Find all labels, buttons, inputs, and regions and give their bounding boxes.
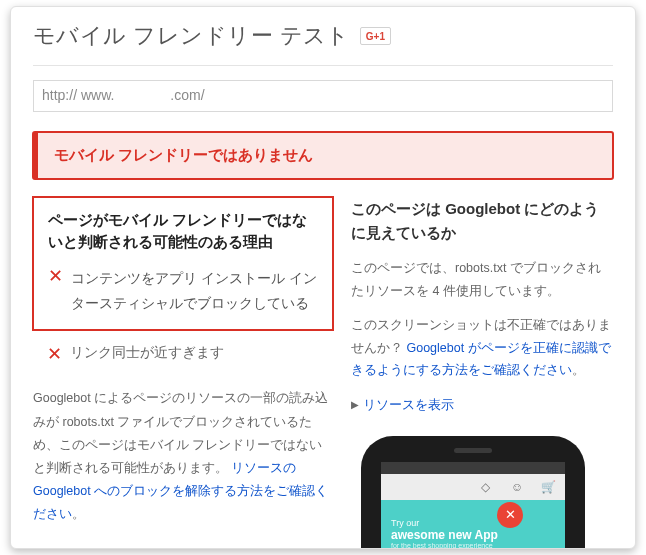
header: モバイル フレンドリー テスト G+1 <box>33 21 613 51</box>
x-icon: ✕ <box>48 266 63 317</box>
preview-heading: このページは Googlebot にどのように見えているか <box>351 197 613 245</box>
page-title: モバイル フレンドリー テスト <box>33 21 350 51</box>
explain-1: Googlebot によるページのリソースの一部の読み込みが robots.tx… <box>33 387 333 526</box>
result-text: モバイル フレンドリーではありません <box>54 146 597 165</box>
phone-screen: ◇ ☺ 🛒 Try our awesome new App for the be… <box>381 462 565 550</box>
promo-line2: awesome new App <box>391 528 555 542</box>
right-column: このページは Googlebot にどのように見えているか このページでは、ro… <box>351 197 613 549</box>
left-column: ページがモバイル フレンドリーではないと判断される可能性のある理由 ✕ コンテン… <box>33 197 333 549</box>
user-icon: ☺ <box>511 480 525 494</box>
promo-line1: Try our <box>391 518 555 528</box>
google-plus-button[interactable]: G+1 <box>360 27 391 45</box>
cart-icon: 🛒 <box>541 480 555 494</box>
reasons-box: ページがモバイル フレンドリーではないと判断される可能性のある理由 ✕ コンテン… <box>33 197 333 330</box>
screenshot-note: このスクリーンショットは不正確ではありませんか？ Googlebot がページを… <box>351 314 613 382</box>
result-banner: モバイル フレンドリーではありません <box>33 132 613 179</box>
show-resources-link[interactable]: リソースを表示 <box>363 397 454 412</box>
blocked-count: このページでは、robots.txt でブロックされたリソースを 4 件使用して… <box>351 257 613 302</box>
explain-2: Googlebot がブロックされていないことを確認したら、検出された問題を P… <box>33 544 333 549</box>
reason-text: リンク同士が近すぎます <box>70 344 224 366</box>
phone-shell: ◇ ☺ 🛒 Try our awesome new App for the be… <box>361 436 585 550</box>
reason-text: コンテンツをアプリ インストール インタースティシャルでブロックしている <box>71 266 318 317</box>
window: モバイル フレンドリー テスト G+1 http:// www. .com/ モ… <box>10 6 636 549</box>
divider <box>33 65 613 66</box>
app-bar: ◇ ☺ 🛒 <box>381 474 565 500</box>
reason-item: ✕ リンク同士が近すぎます <box>33 340 333 370</box>
phone-preview: ◇ ☺ 🛒 Try our awesome new App for the be… <box>351 436 595 550</box>
tag-icon: ◇ <box>481 480 495 494</box>
reasons-heading: ページがモバイル フレンドリーではないと判断される可能性のある理由 <box>48 210 318 254</box>
triangle-icon: ▶ <box>351 399 359 410</box>
phone-speaker <box>454 448 492 453</box>
url-input[interactable]: http:// www. .com/ <box>33 80 613 112</box>
promo-line3: for the best shopping experience <box>391 542 555 549</box>
status-bar <box>381 462 565 474</box>
interstitial: Try our awesome new App for the best sho… <box>381 510 565 550</box>
reason-item: ✕ コンテンツをアプリ インストール インタースティシャルでブロックしている <box>48 266 318 317</box>
x-icon: ✕ <box>47 344 62 366</box>
show-resources[interactable]: ▶リソースを表示 <box>351 396 613 414</box>
close-icon: ✕ <box>497 502 523 528</box>
